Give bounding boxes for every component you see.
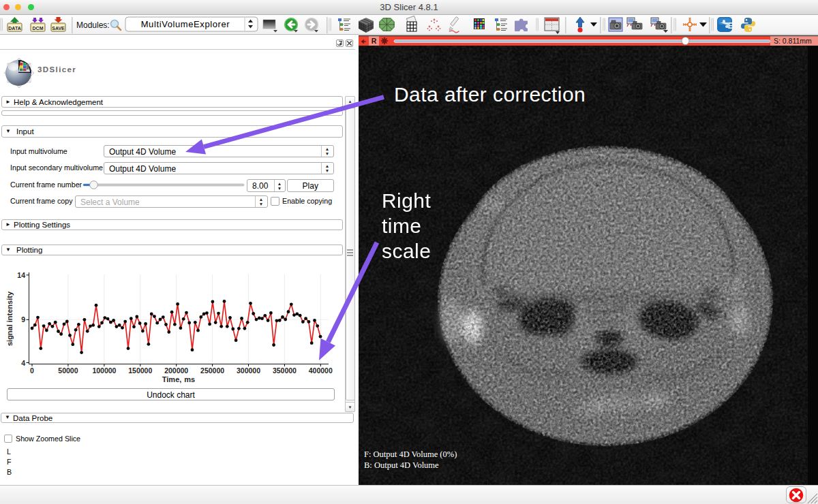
svg-text:9: 9 (21, 315, 25, 324)
svg-text:0: 0 (30, 366, 34, 375)
svg-text:DATA: DATA (8, 26, 20, 31)
svg-text:Time, ms: Time, ms (162, 375, 195, 383)
svg-text:MultiVolumeExplorer: MultiVolumeExplorer (141, 19, 230, 29)
svg-text:signal intensity: signal intensity (5, 291, 14, 346)
svg-text:R: R (372, 37, 377, 45)
svg-text:DCM: DCM (33, 26, 44, 31)
svg-text:14: 14 (17, 271, 25, 279)
svg-text:S: 0.811mm: S: 0.811mm (774, 37, 812, 45)
svg-text:Modules:: Modules: (76, 20, 110, 30)
svg-text:300000: 300000 (237, 366, 260, 375)
svg-text:SAVE: SAVE (52, 26, 65, 31)
svg-text:E: E (728, 21, 733, 31)
svg-text:350000: 350000 (273, 366, 297, 375)
svg-text:250000: 250000 (200, 366, 224, 375)
svg-text:150000: 150000 (128, 366, 152, 375)
svg-text:200000: 200000 (164, 366, 188, 375)
svg-text:100000: 100000 (92, 366, 116, 375)
svg-text:400000: 400000 (309, 366, 333, 375)
svg-text:50000: 50000 (58, 366, 78, 375)
svg-text:4: 4 (21, 359, 25, 367)
